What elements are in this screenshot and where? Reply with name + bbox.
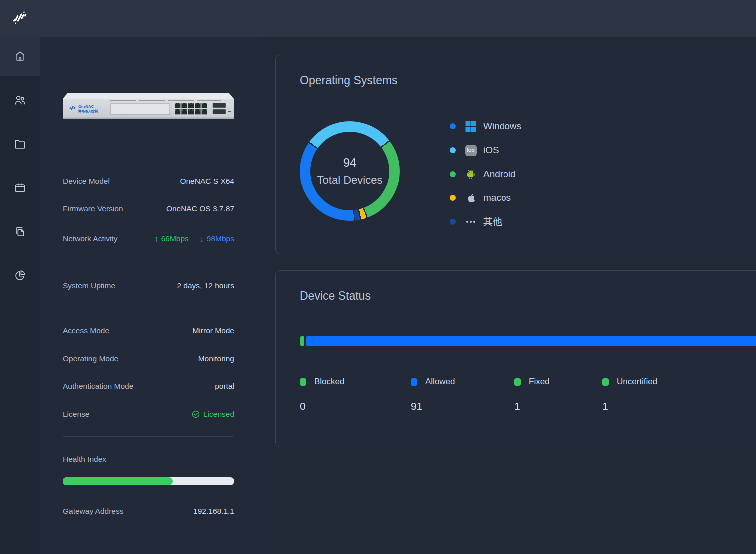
allowed-dot (411, 378, 417, 386)
macos-legend-label: macos (483, 192, 511, 203)
authentication-mode-label: Authentication Mode (63, 382, 133, 391)
ios-legend-label: iOS (483, 145, 499, 156)
upload-speed: ↑ 66Mbps (154, 234, 189, 243)
other-legend-label: 其他 (483, 215, 502, 228)
android-icon (464, 168, 477, 181)
sidebar-item-folder[interactable] (0, 125, 40, 164)
divider (63, 436, 234, 437)
health-index-bar (63, 477, 234, 485)
macos-legend-dot (450, 195, 456, 201)
license-row: License Licensed (63, 410, 234, 419)
divider (63, 534, 234, 534)
calendar-icon (13, 181, 27, 196)
access-mode-value: Mirror Mode (192, 326, 234, 335)
health-index-row: Health Index (63, 455, 234, 464)
gateway-address-row: Gateway Address 192.168.1.1 (63, 507, 234, 516)
download-speed: ↓ 98Mbps (200, 234, 234, 243)
divider (63, 308, 234, 308)
fixed-label: Fixed (529, 377, 550, 387)
uncertified-label: Uncertified (617, 377, 657, 387)
device-info-panel: OneNAC 网络准入控制 Device Model OneNAC S X64 … (40, 37, 258, 554)
health-index-label: Health Index (63, 455, 106, 464)
folder-icon (13, 137, 27, 153)
apple-icon (464, 191, 477, 204)
sidebar-item-calendar[interactable] (0, 169, 40, 208)
gateway-address-label: Gateway Address (63, 507, 123, 516)
sidebar-item-documents[interactable] (0, 213, 40, 252)
pulse-logo-icon (9, 7, 31, 31)
android-legend-label: Android (483, 169, 516, 180)
os-legend-item-macos[interactable]: macos (450, 186, 521, 210)
firmware-version-label: Firmware Version (63, 204, 123, 213)
total-devices-label: Total Devices (317, 174, 383, 186)
os-legend-item-other[interactable]: 其他 (450, 210, 521, 234)
sidebar-item-users[interactable] (0, 81, 40, 120)
operating-mode-value: Monitoring (198, 354, 234, 363)
operating-systems-card: Operating Systems 94 Total Devices Windo… (275, 55, 756, 254)
device-model-label: Device Model (63, 177, 110, 185)
ios-icon: iOS (464, 144, 477, 157)
check-circle-icon (192, 410, 200, 418)
authentication-mode-row: Authentication Mode portal (63, 382, 234, 391)
ellipsis-icon (464, 215, 477, 228)
status-bar-segment (306, 336, 756, 346)
os-legend-item-ios[interactable]: iOS iOS (450, 138, 521, 162)
fixed-dot (514, 378, 521, 386)
device-status-legend: Blocked 0 Allowed 91 Fixed 1 Uncertified… (300, 373, 699, 420)
license-label: License (63, 410, 89, 419)
operating-mode-label: Operating Mode (63, 354, 118, 363)
sidebar-rail (0, 37, 40, 554)
operating-mode-row: Operating Mode Monitoring (63, 354, 234, 363)
device-status-title: Device Status (300, 289, 371, 303)
app-logo[interactable] (0, 0, 40, 37)
device-model-row: Device Model OneNAC S X64 (63, 177, 234, 185)
upload-arrow-icon: ↑ (154, 234, 159, 243)
license-value: Licensed (203, 410, 234, 419)
download-arrow-icon: ↓ (200, 234, 204, 243)
os-legend-item-windows[interactable]: Windows (450, 114, 521, 138)
os-legend: Windows iOS iOS (450, 114, 521, 234)
status-col-fixed: Fixed 1 (486, 373, 569, 420)
device-brand-subtext: 网络准入控制 (78, 109, 98, 113)
device-model-value: OneNAC S X64 (180, 177, 234, 185)
fixed-value: 1 (514, 400, 569, 412)
authentication-mode-value: portal (215, 382, 234, 391)
system-uptime-value: 2 days, 12 hours (177, 281, 234, 290)
sidebar-item-reports[interactable] (0, 257, 40, 296)
android-legend-dot (450, 171, 456, 177)
os-legend-item-android[interactable]: Android (450, 162, 521, 186)
sidebar-item-home[interactable] (0, 37, 40, 76)
system-uptime-label: System Uptime (63, 281, 115, 290)
device-status-bar (300, 336, 756, 346)
network-activity-row: Network Activity ↑ 66Mbps ↓ 98Mbps (63, 234, 234, 243)
firmware-version-value: OneNAC OS 3.7.87 (166, 204, 234, 213)
other-legend-dot (450, 219, 456, 225)
windows-icon (464, 120, 477, 133)
device-status-card: Device Status Blocked 0 Allowed 91 Fixed… (275, 270, 756, 447)
device-brand-text: OneNAC (78, 104, 94, 109)
access-mode-label: Access Mode (63, 326, 109, 335)
allowed-value: 91 (411, 400, 486, 412)
status-col-blocked: Blocked 0 (300, 373, 377, 420)
system-uptime-row: System Uptime 2 days, 12 hours (63, 281, 234, 290)
blocked-label: Blocked (314, 377, 344, 387)
users-icon (13, 93, 27, 109)
windows-legend-dot (450, 123, 456, 129)
firmware-version-row: Firmware Version OneNAC OS 3.7.87 (63, 204, 234, 213)
device-appliance-image: OneNAC 网络准入控制 (63, 91, 234, 120)
blocked-value: 0 (300, 400, 377, 412)
os-donut-chart: 94 Total Devices (300, 121, 400, 221)
windows-legend-label: Windows (483, 121, 521, 132)
status-col-allowed: Allowed 91 (377, 373, 486, 420)
os-donut-center: 94 Total Devices (310, 132, 389, 210)
uncertified-value: 1 (602, 400, 699, 412)
allowed-label: Allowed (425, 377, 455, 387)
access-mode-row: Access Mode Mirror Mode (63, 326, 234, 335)
network-activity-label: Network Activity (63, 234, 117, 243)
status-bar-segment (300, 336, 304, 346)
uncertified-dot (602, 378, 609, 386)
health-index-bar-fill (63, 477, 173, 485)
top-header-bar (0, 0, 756, 37)
status-col-uncertified: Uncertified 1 (569, 373, 699, 420)
copy-icon (13, 225, 27, 240)
